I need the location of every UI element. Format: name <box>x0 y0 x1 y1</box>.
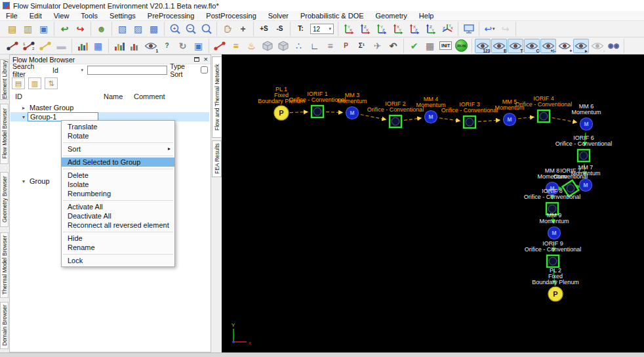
tab-flow-and-thermal-network[interactable]: Flow and Thermal Network <box>212 56 222 138</box>
zoom-window-icon[interactable] <box>199 22 214 36</box>
column-name[interactable]: Name <box>104 93 123 100</box>
edge-iorif1-mm3[interactable] <box>326 112 342 112</box>
pan-hand-icon[interactable] <box>220 22 235 36</box>
merge-element-icon[interactable]: ▬ <box>54 39 69 53</box>
menu-postprocessing[interactable]: PostProcessing <box>200 12 262 20</box>
user-icon[interactable]: ☻ <box>94 22 109 36</box>
edge-iorif4-mm6[interactable] <box>552 117 576 122</box>
tab-element-library[interactable]: Element Library <box>0 59 9 100</box>
zoom-in-icon[interactable]: + <box>167 22 182 36</box>
search-filter-dropdown[interactable]: Id ▾ <box>51 66 85 75</box>
menu-settings[interactable]: Settings <box>104 12 142 20</box>
combustion-icon[interactable]: ♨ <box>244 39 259 53</box>
search-filter-input[interactable] <box>87 66 167 75</box>
menu-item-rotate[interactable]: Rotate <box>62 131 174 140</box>
node-iorif4[interactable] <box>538 110 550 122</box>
refresh-results-icon[interactable]: ↻ <box>175 39 190 53</box>
view-zy-icon[interactable]: ZY <box>423 22 439 36</box>
menu-preprocessing[interactable]: PreProcessing <box>142 12 201 20</box>
increase-symbol-icon[interactable]: +S <box>256 22 272 36</box>
view-xz-icon[interactable]: XZ <box>407 22 422 36</box>
column-id[interactable]: ID <box>15 93 22 100</box>
node-mm7[interactable]: M <box>580 179 592 192</box>
zoom-out-icon[interactable]: − <box>183 22 198 36</box>
menu-file[interactable]: File <box>0 12 24 20</box>
tree-item-master-group[interactable]: ▸Master Group <box>10 103 209 112</box>
fit-view-icon[interactable] <box>461 22 476 36</box>
menu-view[interactable]: View <box>48 12 75 20</box>
menu-help[interactable]: Help <box>413 12 440 20</box>
node-iorif3[interactable] <box>464 116 475 128</box>
dock-pin-icon[interactable] <box>194 57 199 62</box>
menu-item-deactivate-all[interactable]: Deactivate All <box>62 211 174 220</box>
menu-geometry[interactable]: Geometry <box>370 12 413 20</box>
network-canvas[interactable]: PPL 1FixedBoundary PlenumIORIF 1Orifice … <box>222 54 644 352</box>
decrease-symbol-icon[interactable]: -S <box>272 22 287 36</box>
show-result-values-icon[interactable]: 1 <box>143 39 159 53</box>
chevron-down-icon[interactable]: ▾ <box>20 114 28 120</box>
view-zx-icon[interactable]: ZX <box>357 22 373 36</box>
menu-item-delete[interactable]: Delete <box>62 171 174 180</box>
node-pl2[interactable]: P <box>548 287 563 301</box>
highlight-search-icon[interactable]: + <box>557 39 573 53</box>
view-yz-icon[interactable]: YZ <box>374 22 390 36</box>
remove-group-button[interactable]: ▥ <box>28 77 41 89</box>
sort-tree-button[interactable]: ⇅ <box>45 77 58 89</box>
airplane-icon[interactable]: ✈ <box>370 39 385 53</box>
contour-legend-icon[interactable] <box>111 39 127 53</box>
edit-element-icon[interactable] <box>37 39 53 53</box>
type-sort-checkbox[interactable] <box>201 66 208 74</box>
edge-mm3-iorif2[interactable] <box>361 115 386 120</box>
menu-item-lock[interactable]: Lock <box>62 256 174 265</box>
show-ids-icon[interactable]: 123 <box>475 39 491 53</box>
results-table-icon[interactable]: ▦ <box>91 39 106 53</box>
view-xy-icon[interactable]: XY <box>390 22 406 36</box>
font-size-select[interactable]: 12▾ <box>309 22 335 36</box>
wire-cube-icon[interactable] <box>275 39 291 53</box>
transient-chart-icon[interactable]: ∟ <box>307 39 322 53</box>
select-group-icon[interactable]: ▨ <box>131 22 146 36</box>
menu-item-renumbering[interactable]: Renumbering <box>62 189 174 198</box>
edge-pl1-iorif1[interactable] <box>290 112 308 113</box>
menu-item-hide[interactable]: Hide <box>62 234 174 243</box>
redo-icon[interactable]: ↪ <box>498 22 513 36</box>
edge-mm5-iorif4[interactable] <box>518 117 534 118</box>
import-model-icon[interactable]: ↩ <box>57 22 72 36</box>
view-iso-icon[interactable]: YXZ <box>439 22 455 36</box>
menu-solver[interactable]: Solver <box>262 12 294 20</box>
export-model-icon[interactable]: ↪ <box>73 22 88 36</box>
undo-icon[interactable]: ↩▾ <box>482 22 497 36</box>
solid-cube-icon[interactable] <box>260 39 275 53</box>
init-button[interactable]: INIT <box>438 39 453 53</box>
tab-geometry-browser[interactable]: Geometry Browser <box>0 172 9 227</box>
calculator-icon[interactable]: ▦ <box>422 39 437 53</box>
new-model-icon[interactable]: ▤ <box>5 22 20 36</box>
create-element-icon[interactable] <box>5 39 20 53</box>
p-curve-icon[interactable]: P <box>338 39 353 53</box>
chevron-down-icon[interactable]: ▾ <box>20 178 28 184</box>
node-iorif9[interactable] <box>547 255 559 267</box>
menu-edit[interactable]: Edit <box>24 12 48 20</box>
node-pl1[interactable]: P <box>274 106 289 120</box>
chevron-right-icon[interactable]: ▸ <box>20 105 28 111</box>
menu-item-isolate[interactable]: Isolate <box>62 180 174 189</box>
binoculars-icon[interactable]: ◉◉ <box>606 39 621 53</box>
view-yx-icon[interactable]: YX <box>341 22 357 36</box>
menu-item-activate-all[interactable]: Activate All <box>62 202 174 211</box>
node-mm5[interactable]: M <box>504 114 516 126</box>
chain-link-icon[interactable] <box>212 39 228 53</box>
rotate-view-icon[interactable]: + <box>235 22 251 36</box>
run-button[interactable]: RUN <box>454 39 469 53</box>
menu-item-translate[interactable]: Translate <box>62 122 174 131</box>
tab-flow-model-browser[interactable]: Flow Model Browser <box>0 104 9 164</box>
reverse-connect-icon[interactable]: ↶ <box>386 39 401 53</box>
save-results-icon[interactable]: ▣ <box>191 39 206 53</box>
menu-item-add-selected-to-group[interactable]: Add Selected to Group <box>62 158 174 167</box>
highlight-pick-icon[interactable]: ► <box>573 39 589 53</box>
save-model-icon[interactable]: ▣ <box>36 22 51 36</box>
menu-item-reconnect-all-reversed-element[interactable]: Reconnect all reversed element <box>62 220 174 230</box>
colored-nodes-icon[interactable]: ∴ <box>291 39 306 53</box>
tab-domain-browser[interactable]: Domain Browser <box>0 302 9 349</box>
edge-mm4-iorif3[interactable] <box>439 118 460 121</box>
node-mm3[interactable]: M <box>346 107 359 119</box>
